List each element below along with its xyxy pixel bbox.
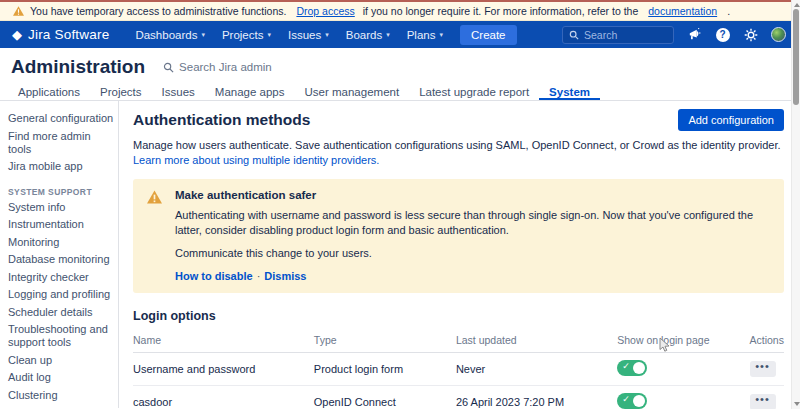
admin-search[interactable] xyxy=(163,61,289,73)
user-avatar[interactable] xyxy=(771,27,786,42)
sidebar-item-integrity-checker[interactable]: Integrity checker xyxy=(8,269,114,287)
row-actions-menu-button[interactable]: ••• xyxy=(750,361,776,377)
row-type: OpenID Connect xyxy=(314,385,456,409)
sidebar-group-system-support: SYSTEM SUPPORT xyxy=(8,187,114,197)
scroll-down-arrow[interactable] xyxy=(794,402,800,406)
create-button[interactable]: Create xyxy=(460,25,517,45)
jira-logo-icon: ◆ xyxy=(12,28,22,41)
sidebar-item-find-more-admin-tools[interactable]: Find more admin tools xyxy=(8,128,114,159)
table-header-row: Name Type Last updated Show on login pag… xyxy=(133,329,784,353)
banner-text-after: . xyxy=(727,5,730,17)
help-question-glyph: ? xyxy=(716,28,730,42)
warning-body-line2: Communicate this change to your users. xyxy=(175,246,770,261)
scrollbar-thumb[interactable] xyxy=(793,9,799,105)
sidebar-item-general-configuration[interactable]: General configuration xyxy=(8,110,114,128)
nav-plans-label: Plans xyxy=(407,29,436,41)
column-header-show-on-login-page: Show on login page xyxy=(617,329,749,353)
sidebar-item-clustering[interactable]: Clustering xyxy=(8,387,114,405)
nav-boards-label: Boards xyxy=(346,29,382,41)
row-type: Product login form xyxy=(314,352,456,385)
learn-more-link[interactable]: Learn more about using multiple identity… xyxy=(133,154,379,166)
sidebar-item-troubleshooting[interactable]: Troubleshooting and support tools xyxy=(8,321,114,352)
sidebar-item-scheduler-details[interactable]: Scheduler details xyxy=(8,304,114,322)
chevron-down-icon: ▾ xyxy=(201,31,205,39)
help-icon[interactable]: ? xyxy=(715,27,730,42)
row-name: Username and password xyxy=(133,352,314,385)
how-to-disable-link[interactable]: How to disable xyxy=(175,270,253,282)
dismiss-link[interactable]: Dismiss xyxy=(264,270,306,282)
documentation-link[interactable]: documentation xyxy=(648,5,717,17)
search-icon xyxy=(569,30,579,40)
sidebar-item-audit-log[interactable]: Audit log xyxy=(8,369,114,387)
admin-header: Administration xyxy=(0,48,800,86)
chevron-down-icon: ▾ xyxy=(267,31,271,39)
nav-boards[interactable]: Boards▾ xyxy=(346,29,390,41)
make-auth-safer-warning: Make authentication safer Authenticating… xyxy=(133,179,784,293)
toggle-knob xyxy=(633,362,645,374)
row-last-updated: 26 April 2023 7:20 PM xyxy=(456,385,617,409)
navbar-search-input[interactable] xyxy=(584,29,664,41)
link-separator: · xyxy=(257,270,261,282)
tab-applications[interactable]: Applications xyxy=(8,86,90,100)
chevron-down-icon: ▾ xyxy=(386,31,390,39)
row-actions-menu-button[interactable]: ••• xyxy=(750,394,776,409)
tab-system[interactable]: System xyxy=(539,86,600,100)
page-title: Administration xyxy=(11,56,145,78)
toggle-knob xyxy=(633,395,645,407)
warning-icon xyxy=(13,6,24,16)
row-last-updated: Never xyxy=(456,352,617,385)
search-icon xyxy=(163,62,174,73)
nav-plans[interactable]: Plans▾ xyxy=(407,29,443,41)
sidebar-item-jira-mobile-app[interactable]: Jira mobile app xyxy=(8,158,114,176)
sidebar-item-clean-up[interactable]: Clean up xyxy=(8,352,114,370)
navbar-search[interactable] xyxy=(562,26,674,44)
banner-text-before: You have temporary access to administrat… xyxy=(30,5,286,17)
tab-latest-upgrade-report[interactable]: Latest upgrade report xyxy=(409,86,539,100)
sidebar-item-system-info[interactable]: System info xyxy=(8,199,114,217)
admin-search-input[interactable] xyxy=(179,61,289,73)
sidebar-item-instrumentation[interactable]: Instrumentation xyxy=(8,216,114,234)
nav-projects[interactable]: Projects▾ xyxy=(222,29,271,41)
tab-issues[interactable]: Issues xyxy=(152,86,205,100)
table-row: casdoor OpenID Connect 26 April 2023 7:2… xyxy=(133,385,784,409)
sidebar-item-logging-and-profiling[interactable]: Logging and profiling xyxy=(8,286,114,304)
scroll-up-arrow[interactable] xyxy=(794,3,800,7)
check-icon: ✓ xyxy=(622,394,630,404)
chevron-down-icon: ▾ xyxy=(439,31,443,39)
warning-body-line1: Authenticating with username and passwor… xyxy=(175,208,770,239)
gear-icon[interactable] xyxy=(743,27,758,42)
tab-projects[interactable]: Projects xyxy=(90,86,152,100)
login-options-table: Name Type Last updated Show on login pag… xyxy=(133,329,784,409)
nav-dashboards[interactable]: Dashboards▾ xyxy=(135,29,205,41)
column-header-last-updated: Last updated xyxy=(456,329,617,353)
admin-access-banner: You have temporary access to administrat… xyxy=(0,2,800,21)
main-panel: Authentication methods Add configuration… xyxy=(119,101,800,408)
sidebar-item-database-monitoring[interactable]: Database monitoring xyxy=(8,251,114,269)
intro-text: Manage how users authenticate. Save auth… xyxy=(133,139,781,151)
column-header-type: Type xyxy=(314,329,456,353)
tab-manage-apps[interactable]: Manage apps xyxy=(205,86,295,100)
chevron-down-icon: ▾ xyxy=(325,31,329,39)
nav-projects-label: Projects xyxy=(222,29,264,41)
login-options-title: Login options xyxy=(133,309,784,323)
tab-user-management[interactable]: User management xyxy=(295,86,410,100)
admin-sidebar: General configuration Find more admin to… xyxy=(0,101,119,408)
table-row: Username and password Product login form… xyxy=(133,352,784,385)
admin-tabs: Applications Projects Issues Manage apps… xyxy=(0,86,800,101)
banner-text-middle: if you no longer require it. For more in… xyxy=(363,5,638,17)
show-on-login-toggle[interactable]: ✓ xyxy=(617,360,647,376)
nav-issues[interactable]: Issues▾ xyxy=(288,29,329,41)
check-icon: ✓ xyxy=(622,361,630,371)
jira-logo[interactable]: ◆ Jira Software xyxy=(12,27,109,42)
sidebar-item-monitoring[interactable]: Monitoring xyxy=(8,234,114,252)
announcements-icon[interactable] xyxy=(687,27,702,42)
drop-access-link[interactable]: Drop access xyxy=(296,5,354,17)
nav-dashboards-label: Dashboards xyxy=(135,29,197,41)
vertical-scrollbar[interactable] xyxy=(791,0,800,409)
column-header-name: Name xyxy=(133,329,314,353)
add-configuration-button[interactable]: Add configuration xyxy=(678,109,784,131)
nav-issues-label: Issues xyxy=(288,29,321,41)
brand-name: Jira Software xyxy=(28,27,109,42)
warning-title: Make authentication safer xyxy=(175,189,770,201)
show-on-login-toggle[interactable]: ✓ xyxy=(617,393,647,409)
